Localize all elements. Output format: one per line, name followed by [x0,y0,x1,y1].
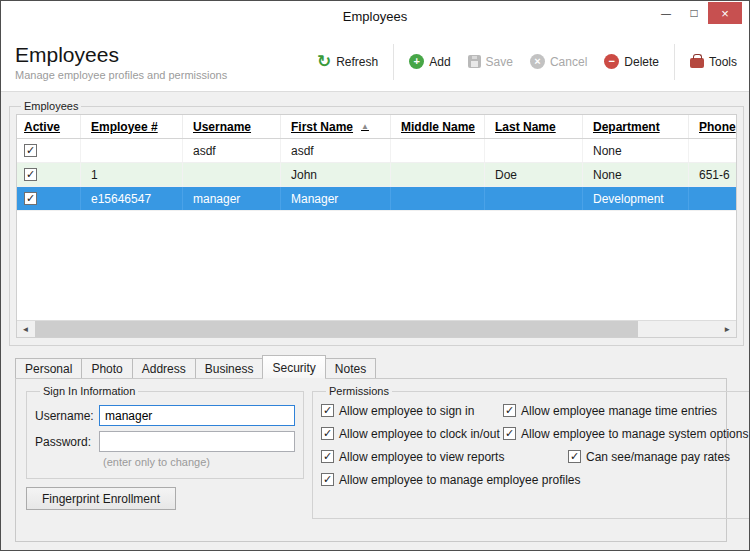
column-header-middle-name[interactable]: Middle Name [391,115,485,138]
column-header-first-name[interactable]: First Name▲ [281,115,391,138]
cancel-label: Cancel [550,55,587,69]
scroll-right-button[interactable]: ► [719,321,736,337]
column-header-last-name[interactable]: Last Name [485,115,583,138]
permission-manage-time-entries: ✓ Allow employee manage time entries [503,399,748,422]
column-header-label: Active [24,120,60,134]
toolbar: ↻ Refresh + Add Save × Cancel − Delete [315,44,739,80]
signin-group: Sign In Information Username: Password: … [26,385,304,479]
column-header-department[interactable]: Department [583,115,689,138]
tab-address[interactable]: Address [132,358,196,378]
maximize-button[interactable]: □ [680,2,708,24]
save-icon [468,55,481,68]
horizontal-scrollbar[interactable]: ◄ ► [17,320,736,337]
permission-label: Allow employee to clock in/out [339,427,500,441]
minimize-icon: — [661,8,671,19]
column-header-active[interactable]: Active [17,115,81,138]
sort-ascending-icon: ▲ [361,122,369,131]
permission-clock-in-out: ✓ Allow employee to clock in/out [321,422,503,445]
tools-button[interactable]: Tools [688,51,739,73]
window-title: Employees [1,1,749,32]
tab-personal[interactable]: Personal [15,358,82,378]
column-header-label: Employee # [91,120,158,134]
scroll-left-icon: ◄ [22,325,30,334]
column-header-label: Department [593,120,660,134]
tools-icon [690,58,704,68]
tab-security[interactable]: Security [262,355,325,378]
tools-label: Tools [709,55,737,69]
cell-middle-name [391,163,485,186]
permission-checkbox[interactable]: ✓ [503,404,516,417]
cell-active: ✓ [17,187,81,210]
cell-employee-no: e15646547 [81,187,183,210]
active-checkbox[interactable]: ✓ [24,168,37,181]
cell-active: ✓ [17,139,81,162]
active-checkbox[interactable]: ✓ [24,192,37,205]
tab-business[interactable]: Business [195,358,264,378]
permission-manage-system-options: ✓ Allow employee to manage system option… [503,422,748,445]
security-tab-panel: Sign In Information Username: Password: … [15,378,727,542]
cell-username: manager [183,187,281,210]
permission-manage-pay-rates: ✓ Can see/manage pay rates [568,445,748,468]
add-button[interactable]: + Add [407,50,452,73]
employees-group-label: Employees [21,100,81,112]
employees-window: Employees — □ × Employees Manage employe… [0,0,750,551]
grid-header-row: Active Employee # Username First Name▲ M… [17,115,736,139]
column-header-username[interactable]: Username [183,115,281,138]
permission-label: Can see/manage pay rates [586,450,730,464]
cell-middle-name [391,187,485,210]
table-row[interactable]: ✓ 1 John Doe None 651-6 [17,163,736,187]
refresh-icon: ↻ [317,54,331,69]
cell-department: Development [583,187,689,210]
cell-phone [689,187,736,210]
permission-checkbox[interactable]: ✓ [321,450,334,463]
header-text: Employees Manage employee profiles and p… [15,43,227,81]
active-checkbox[interactable]: ✓ [24,144,37,157]
cell-last-name [485,187,583,210]
permissions-columns: ✓ Allow employee to sign in ✓ Allow empl… [321,399,748,491]
save-button: Save [466,51,515,73]
scroll-left-button[interactable]: ◄ [17,321,34,337]
scroll-right-icon: ► [723,325,731,334]
permission-checkbox[interactable]: ✓ [321,427,334,440]
password-hint: (enter only to change) [103,456,295,468]
permission-manage-employee-profiles: ✓ Allow employee to manage employee prof… [321,468,503,491]
delete-icon: − [604,54,619,69]
permissions-left-column: ✓ Allow employee to sign in ✓ Allow empl… [321,399,503,491]
permission-checkbox[interactable]: ✓ [321,404,334,417]
password-field[interactable] [99,431,295,452]
username-label: Username: [35,409,99,423]
table-row[interactable]: ✓ asdf asdf None [17,139,736,163]
tab-photo[interactable]: Photo [81,358,132,378]
minimize-button[interactable]: — [652,2,680,24]
table-row-selected[interactable]: ✓ e15646547 manager Manager Development [17,187,736,211]
password-label: Password: [35,435,99,449]
employees-group: Employees Active Employee # Username Fir… [9,100,744,346]
scrollbar-thumb[interactable] [35,321,638,337]
cell-username: asdf [183,139,281,162]
cell-first-name: Manager [281,187,391,210]
scrollbar-track[interactable] [34,321,719,337]
delete-button[interactable]: − Delete [602,50,661,73]
cell-last-name: Doe [485,163,583,186]
cell-active: ✓ [17,163,81,186]
signin-group-label: Sign In Information [40,385,138,397]
tab-strip: Personal Photo Address Business Security… [15,355,727,378]
permission-label: Allow employee manage time entries [521,404,717,418]
toolbar-separator [393,44,394,80]
save-label: Save [486,55,513,69]
column-header-label: Middle Name [401,120,475,134]
cell-employee-no [81,139,183,162]
username-field[interactable] [99,405,295,426]
column-header-label: First Name [291,120,353,134]
close-button[interactable]: × [708,2,742,24]
fingerprint-enrollment-button[interactable]: Fingerprint Enrollment [26,487,176,510]
permission-checkbox[interactable]: ✓ [568,450,581,463]
tab-notes[interactable]: Notes [325,358,376,378]
permission-checkbox[interactable]: ✓ [321,473,334,486]
cell-username [183,163,281,186]
column-header-phone[interactable]: Phone [689,115,736,138]
permission-checkbox[interactable]: ✓ [503,427,516,440]
column-header-label: Phone [699,120,736,134]
column-header-employee-no[interactable]: Employee # [81,115,183,138]
refresh-button[interactable]: ↻ Refresh [315,50,380,73]
